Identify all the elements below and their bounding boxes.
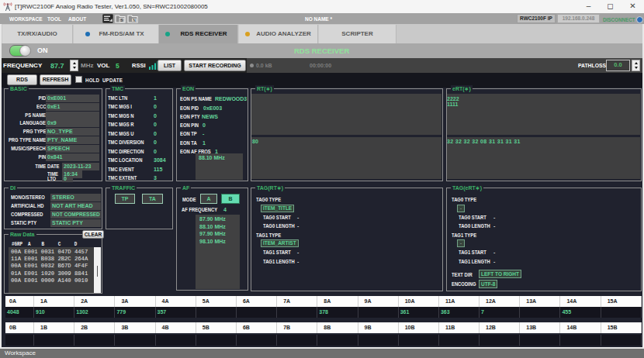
svg-text:N: N	[133, 18, 136, 22]
